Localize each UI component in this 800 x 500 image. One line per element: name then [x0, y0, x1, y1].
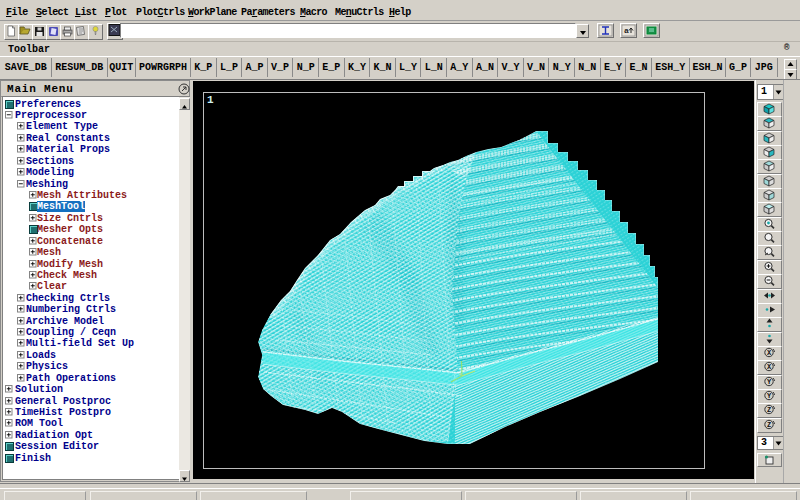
svg-text:Z: Z	[767, 421, 771, 429]
svg-text:1: 1	[207, 94, 214, 106]
svg-text:Z: Z	[767, 406, 771, 414]
svg-text:a: a	[624, 26, 629, 35]
